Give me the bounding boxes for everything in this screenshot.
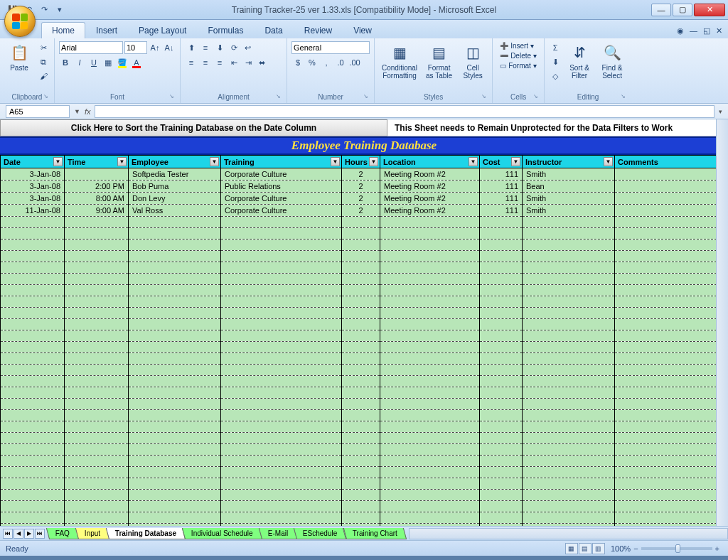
- table-row[interactable]: 11-Jan-089:00 AMVal RossCorporate Cultur…: [1, 205, 728, 217]
- column-header-date[interactable]: Date▼: [1, 156, 65, 168]
- table-row[interactable]: [1, 296, 728, 308]
- cell-employee[interactable]: [129, 467, 221, 478]
- cell-cost[interactable]: [480, 501, 523, 512]
- font-color-button[interactable]: A: [130, 56, 143, 69]
- cell-date[interactable]: [1, 239, 65, 251]
- column-header-cost[interactable]: Cost▼: [480, 156, 523, 168]
- cell-date[interactable]: [1, 342, 65, 353]
- conditional-formatting-button[interactable]: ▦Conditional Formatting: [379, 41, 420, 81]
- cell-comments[interactable]: [615, 433, 728, 444]
- cell-cost[interactable]: [480, 399, 523, 410]
- cell-time[interactable]: [65, 376, 129, 387]
- cell-cost[interactable]: [480, 285, 523, 296]
- table-row[interactable]: [1, 376, 728, 387]
- doc-close-button[interactable]: ✕: [716, 26, 722, 36]
- sheet-nav-prev[interactable]: ◀: [14, 529, 23, 539]
- name-box-dropdown-icon[interactable]: ▼: [74, 108, 80, 115]
- table-row[interactable]: [1, 512, 728, 524]
- cell-date[interactable]: [1, 467, 65, 478]
- cut-button[interactable]: ✂: [37, 41, 50, 54]
- cell-cost[interactable]: [480, 376, 523, 387]
- cell-cost[interactable]: [480, 228, 523, 239]
- cell-training[interactable]: [221, 387, 342, 399]
- cell-date[interactable]: [1, 433, 65, 444]
- font-size-select[interactable]: [124, 41, 147, 54]
- cell-employee[interactable]: Bob Puma: [129, 181, 221, 193]
- comma-button[interactable]: ,: [320, 56, 333, 69]
- vertical-scrollbar[interactable]: [716, 119, 728, 526]
- cell-employee[interactable]: [129, 399, 221, 410]
- cell-training[interactable]: [221, 433, 342, 444]
- column-header-instructor[interactable]: Instructor▼: [523, 156, 615, 168]
- cell-training[interactable]: [221, 467, 342, 478]
- minimize-button[interactable]: —: [651, 4, 671, 16]
- office-button[interactable]: [4, 6, 36, 37]
- fill-button[interactable]: ⬇: [549, 55, 562, 68]
- filter-dropdown-employee[interactable]: ▼: [210, 157, 219, 166]
- cell-employee[interactable]: [129, 501, 221, 512]
- cell-location[interactable]: [380, 467, 480, 478]
- shrink-font-button[interactable]: A↓: [163, 41, 176, 54]
- cell-time[interactable]: 8:00 AM: [65, 193, 129, 205]
- cell-employee[interactable]: [129, 296, 221, 308]
- sheet-nav-first[interactable]: ⏮: [3, 529, 13, 539]
- help-icon[interactable]: ◉: [677, 26, 684, 36]
- cell-location[interactable]: [380, 228, 480, 239]
- cell-hours[interactable]: [342, 512, 380, 524]
- sort-database-button[interactable]: Click Here to Sort the Training Database…: [0, 119, 387, 136]
- tab-home[interactable]: Home: [41, 22, 85, 38]
- sheet-tab-training-database[interactable]: Training Database: [106, 528, 186, 539]
- cell-time[interactable]: [65, 387, 129, 399]
- cell-time[interactable]: 9:00 AM: [65, 205, 129, 217]
- cell-location[interactable]: [380, 239, 480, 251]
- cell-instructor[interactable]: [523, 285, 615, 296]
- cell-training[interactable]: [221, 228, 342, 239]
- cell-date[interactable]: [1, 399, 65, 410]
- increase-indent-button[interactable]: ⇥: [242, 56, 255, 69]
- cell-location[interactable]: [380, 262, 480, 274]
- cell-hours[interactable]: [342, 399, 380, 410]
- cell-comments[interactable]: [615, 251, 728, 262]
- cell-cost[interactable]: [480, 308, 523, 319]
- column-header-hours[interactable]: Hours▼: [342, 156, 380, 168]
- cell-location[interactable]: [380, 365, 480, 376]
- format-painter-button[interactable]: 🖌: [37, 70, 50, 82]
- cell-employee[interactable]: [129, 512, 221, 524]
- cell-employee[interactable]: [129, 387, 221, 399]
- currency-button[interactable]: $: [291, 56, 304, 69]
- cell-employee[interactable]: [129, 274, 221, 285]
- cell-comments[interactable]: [615, 421, 728, 433]
- cell-employee[interactable]: [129, 410, 221, 421]
- cell-time[interactable]: [65, 251, 129, 262]
- find-select-button[interactable]: 🔍Find & Select: [597, 41, 627, 81]
- cell-employee[interactable]: [129, 239, 221, 251]
- cell-instructor[interactable]: [523, 478, 615, 490]
- cell-comments[interactable]: [615, 274, 728, 285]
- cell-comments[interactable]: [615, 490, 728, 501]
- fill-color-button[interactable]: 🪣: [116, 56, 129, 69]
- format-as-table-button[interactable]: ▤Format as Table: [423, 41, 455, 81]
- table-row[interactable]: 3-Jan-088:00 AMDon LevyCorporate Culture…: [1, 193, 728, 205]
- cell-training[interactable]: [221, 239, 342, 251]
- cell-training[interactable]: [221, 410, 342, 421]
- cell-comments[interactable]: [615, 501, 728, 512]
- zoom-in-button[interactable]: +: [715, 544, 719, 553]
- cell-comments[interactable]: [615, 308, 728, 319]
- cell-hours[interactable]: [342, 274, 380, 285]
- zoom-level[interactable]: 100%: [611, 544, 631, 553]
- cell-comments[interactable]: [615, 387, 728, 399]
- cell-cost[interactable]: [480, 524, 523, 527]
- cell-comments[interactable]: [615, 217, 728, 228]
- horizontal-scrollbar[interactable]: [409, 528, 728, 539]
- cell-instructor[interactable]: Smith: [523, 205, 615, 217]
- cell-location[interactable]: [380, 319, 480, 330]
- cell-employee[interactable]: [129, 524, 221, 527]
- sheet-nav-next[interactable]: ▶: [24, 529, 34, 539]
- cell-date[interactable]: [1, 410, 65, 421]
- cell-training[interactable]: [221, 490, 342, 501]
- cell-instructor[interactable]: [523, 410, 615, 421]
- cell-cost[interactable]: [480, 353, 523, 365]
- cell-time[interactable]: [65, 168, 129, 181]
- sheet-nav-last[interactable]: ⏭: [35, 529, 45, 539]
- cell-training[interactable]: [221, 365, 342, 376]
